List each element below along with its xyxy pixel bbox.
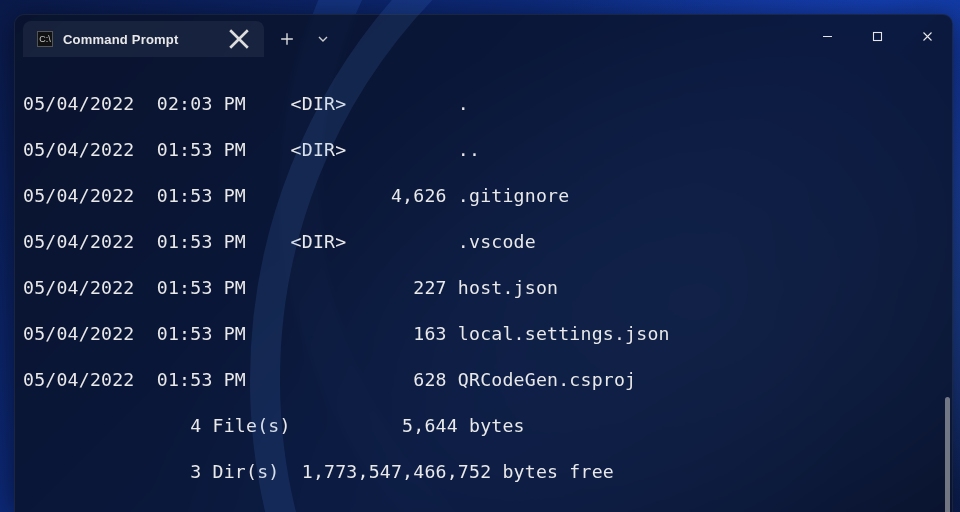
window-controls	[802, 15, 952, 57]
maximize-icon	[872, 31, 883, 42]
close-window-button[interactable]	[902, 15, 952, 57]
dir-line: 05/04/2022 01:53 PM 163 local.settings.j…	[23, 322, 944, 345]
tab-command-prompt[interactable]: C:\ Command Prompt	[23, 21, 264, 57]
close-icon	[922, 31, 933, 42]
tab-dropdown-button[interactable]	[306, 21, 340, 57]
chevron-down-icon	[317, 33, 329, 45]
minimize-icon	[822, 31, 833, 42]
maximize-button[interactable]	[852, 15, 902, 57]
titlebar-drag-area[interactable]	[340, 15, 802, 57]
tab-title: Command Prompt	[63, 32, 178, 47]
dir-line: 05/04/2022 01:53 PM 227 host.json	[23, 276, 944, 299]
minimize-button[interactable]	[802, 15, 852, 57]
dir-line: 05/04/2022 01:53 PM 4,626 .gitignore	[23, 184, 944, 207]
cmd-icon: C:\	[37, 31, 53, 47]
dir-line: 05/04/2022 02:03 PM <DIR> .	[23, 92, 944, 115]
svg-rect-0	[873, 32, 881, 40]
blank-line	[23, 506, 944, 512]
dir-line: 4 File(s) 5,644 bytes	[23, 414, 944, 437]
close-tab-button[interactable]	[228, 28, 250, 50]
terminal-window: C:\ Command Prompt 05/04/2022 02:03 PM	[14, 14, 953, 512]
close-icon	[228, 28, 250, 50]
terminal-output[interactable]: 05/04/2022 02:03 PM <DIR> . 05/04/2022 0…	[15, 57, 952, 512]
dir-line: 05/04/2022 01:53 PM <DIR> ..	[23, 138, 944, 161]
dir-line: 3 Dir(s) 1,773,547,466,752 bytes free	[23, 460, 944, 483]
new-tab-button[interactable]	[270, 21, 304, 57]
scrollbar-thumb[interactable]	[945, 397, 950, 512]
plus-icon	[280, 32, 294, 46]
dir-line: 05/04/2022 01:53 PM 628 QRCodeGen.csproj	[23, 368, 944, 391]
titlebar[interactable]: C:\ Command Prompt	[15, 15, 952, 57]
dir-line: 05/04/2022 01:53 PM <DIR> .vscode	[23, 230, 944, 253]
